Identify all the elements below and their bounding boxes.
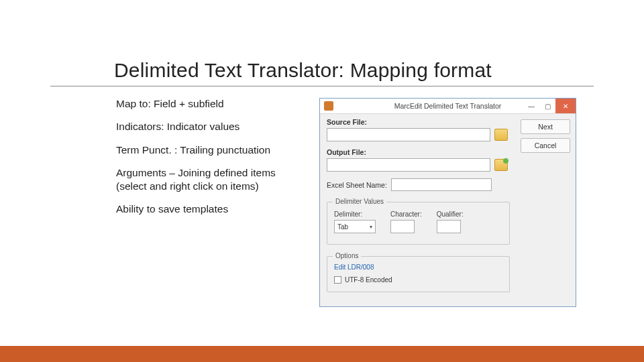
character-label: Character: bbox=[390, 210, 422, 218]
window-title: MarcEdit Delimited Text Translator bbox=[320, 102, 576, 110]
browse-output-icon[interactable] bbox=[494, 159, 508, 171]
browse-source-icon[interactable] bbox=[494, 129, 508, 141]
excel-sheet-input[interactable] bbox=[391, 178, 492, 191]
delimiter-select[interactable]: Tab ▾ bbox=[334, 220, 376, 233]
utf8-label: UTF-8 Encoded bbox=[345, 276, 392, 284]
dialog-body: Next Cancel Source File: Output File: Ex… bbox=[320, 114, 576, 306]
dialog-screenshot: MarcEdit Delimited Text Translator — ▢ ✕… bbox=[319, 98, 576, 307]
options-legend: Options bbox=[333, 252, 361, 259]
output-file-input[interactable] bbox=[327, 158, 490, 172]
delimiter-values-group: Delimiter Values Delimiter: Tab ▾ Charac… bbox=[327, 202, 510, 245]
next-button[interactable]: Next bbox=[521, 119, 570, 134]
bullet-item: Indicators: Indicator values bbox=[116, 120, 307, 133]
chevron-down-icon: ▾ bbox=[370, 224, 372, 230]
side-buttons: Next Cancel bbox=[521, 119, 570, 153]
source-file-label: Source File: bbox=[327, 118, 508, 126]
titlebar: MarcEdit Delimited Text Translator — ▢ ✕ bbox=[320, 99, 576, 114]
bullet-item: Map to: Field + subfield bbox=[116, 97, 307, 110]
character-input[interactable] bbox=[390, 220, 415, 233]
cancel-button[interactable]: Cancel bbox=[521, 138, 570, 153]
qualifier-input[interactable] bbox=[437, 220, 461, 233]
output-file-label: Output File: bbox=[327, 148, 508, 156]
source-file-input[interactable] bbox=[327, 128, 490, 141]
bullet-item: Term Punct. : Trailing punctuation bbox=[116, 143, 307, 156]
bullet-list: Map to: Field + subfield Indicators: Ind… bbox=[116, 97, 307, 215]
footer-accent-bar bbox=[0, 346, 644, 362]
slide-title: Delimited Text Translator: Mapping forma… bbox=[114, 59, 492, 82]
delimiter-value: Tab bbox=[337, 223, 348, 231]
form-area: Source File: Output File: Excel Sheet Na… bbox=[327, 118, 508, 191]
edit-ldr-link[interactable]: Edit LDR/008 bbox=[334, 263, 502, 271]
delimiter-values-legend: Delimiter Values bbox=[333, 198, 386, 205]
delimiter-label: Delimiter: bbox=[334, 210, 376, 218]
excel-sheet-label: Excel Sheet Name: bbox=[327, 181, 387, 189]
options-group: Options Edit LDR/008 UTF-8 Encoded bbox=[327, 256, 510, 292]
bullet-item: Arguments – Joining defined items (selec… bbox=[116, 166, 307, 192]
bullet-item: Ability to save templates bbox=[116, 202, 307, 215]
title-underline bbox=[50, 86, 594, 86]
utf8-checkbox[interactable] bbox=[334, 276, 341, 284]
slide: Delimited Text Translator: Mapping forma… bbox=[0, 0, 644, 362]
qualifier-label: Qualifier: bbox=[437, 210, 464, 218]
